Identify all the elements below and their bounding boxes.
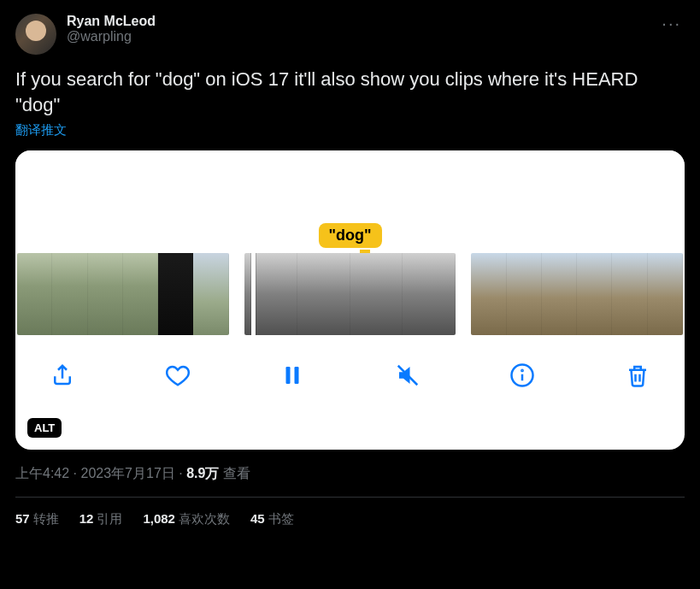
clip-frame	[577, 253, 612, 335]
stat-bookmarks[interactable]: 45书签	[250, 511, 294, 527]
media-card[interactable]: "dog"	[15, 150, 685, 450]
media-toolbar	[15, 335, 685, 390]
clip-frame	[648, 253, 683, 335]
translate-link[interactable]: 翻译推文	[15, 122, 685, 138]
views-count: 8.9万	[186, 466, 219, 480]
clip-frame	[297, 253, 350, 335]
clip-frame	[88, 253, 123, 335]
stat-retweets[interactable]: 57转推	[15, 511, 59, 527]
alt-badge[interactable]: ALT	[27, 418, 62, 438]
tweet-text: If you search for "dog" on iOS 17 it'll …	[15, 67, 685, 117]
clip-frame	[123, 253, 158, 335]
share-icon[interactable]	[48, 361, 77, 390]
video-scrubber[interactable]	[15, 253, 685, 335]
svg-rect-0	[286, 367, 291, 384]
clip-thumbnail-group[interactable]	[471, 253, 683, 335]
tweet: Ryan McLeod @warpling ··· If you search …	[0, 0, 700, 527]
stat-likes[interactable]: 1,082喜欢次数	[143, 511, 230, 527]
more-icon[interactable]: ···	[658, 14, 685, 33]
avatar[interactable]	[15, 14, 56, 55]
svg-rect-1	[295, 367, 299, 384]
search-term-tooltip: "dog"	[318, 223, 381, 248]
info-icon[interactable]	[508, 361, 537, 390]
clip-frame	[158, 253, 193, 335]
tweet-header: Ryan McLeod @warpling ···	[15, 14, 685, 55]
author-block[interactable]: Ryan McLeod @warpling	[67, 14, 658, 44]
clip-frame	[542, 253, 577, 335]
author-handle: @warpling	[67, 29, 658, 44]
clip-frame	[193, 253, 228, 335]
mute-icon[interactable]	[393, 361, 422, 390]
clip-thumbnail-group[interactable]	[17, 253, 229, 335]
tweet-stats: 57转推 12引用 1,082喜欢次数 45书签	[15, 498, 685, 527]
clip-thumbnail-group[interactable]	[244, 253, 456, 335]
pause-icon[interactable]	[278, 361, 307, 390]
views-label: 查看	[219, 466, 250, 480]
clip-frame	[350, 253, 403, 335]
clip-frame	[612, 253, 647, 335]
svg-point-5	[522, 370, 523, 371]
heart-icon[interactable]	[163, 361, 192, 390]
stat-quotes[interactable]: 12引用	[79, 511, 123, 527]
clip-frame	[52, 253, 87, 335]
tweet-meta: 上午4:42 · 2023年7月17日 · 8.9万 查看	[15, 465, 685, 483]
media-header: "dog"	[15, 150, 685, 253]
author-name: Ryan McLeod	[67, 14, 658, 29]
clip-frame	[471, 253, 506, 335]
playhead-icon[interactable]	[251, 253, 256, 335]
clip-frame	[507, 253, 542, 335]
clip-frame	[403, 253, 456, 335]
tweet-time[interactable]: 上午4:42	[15, 466, 69, 480]
tweet-date[interactable]: 2023年7月17日	[80, 466, 174, 480]
trash-icon[interactable]	[623, 361, 652, 390]
clip-frame	[17, 253, 52, 335]
